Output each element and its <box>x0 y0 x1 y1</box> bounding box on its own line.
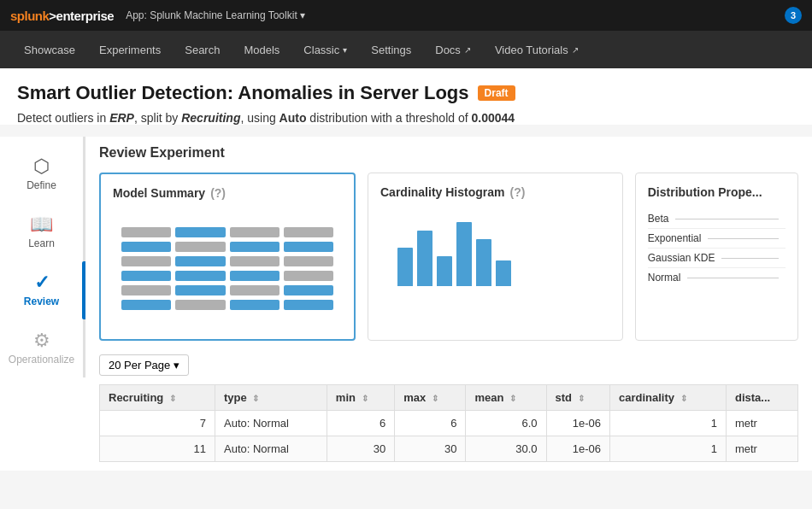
col-max[interactable]: max ⇕ <box>395 385 466 411</box>
hist-bar-0 <box>397 248 413 286</box>
nav-item-classic[interactable]: Classic ▾ <box>293 38 357 61</box>
ms-cell <box>284 242 333 252</box>
col-std-label: std <box>556 391 573 404</box>
nav-item-showcase[interactable]: Showcase <box>14 38 85 61</box>
model-summary-card: Model Summary (?) <box>99 173 356 341</box>
sidebar-label-learn: Learn <box>28 237 55 249</box>
sidebar-active-indicator <box>82 261 85 319</box>
ms-cell <box>230 271 279 281</box>
per-page-dropdown-arrow: ▾ <box>174 359 179 372</box>
col-cardinality-label: cardinality <box>619 391 674 404</box>
subtitle-prefix: Detect outliers in <box>17 111 109 125</box>
per-page-button[interactable]: 20 Per Page ▾ <box>99 354 189 376</box>
nav-item-search[interactable]: Search <box>174 38 230 61</box>
video-tutorials-ext-icon: ↗ <box>572 45 579 55</box>
top-bar-left: splunk>enterprise App: Splunk Machine Le… <box>10 9 305 23</box>
subtitle-field2: Recruiting <box>181 111 240 125</box>
col-std[interactable]: std ⇕ <box>546 385 609 411</box>
cardinality-histogram-card: Cardinality Histogram (?) <box>368 173 623 341</box>
ms-cell <box>284 227 333 237</box>
ms-cell <box>121 285 171 295</box>
sidebar-item-review[interactable]: ✓ Review <box>0 261 83 319</box>
ms-cell <box>121 227 171 237</box>
dist-item-exponential: Exponential <box>648 229 786 249</box>
cell-min-1: 30 <box>327 436 394 462</box>
table-header: Recruiting ⇕ type ⇕ min ⇕ max ⇕ <box>100 385 798 411</box>
cardinality-histogram-help-icon[interactable]: (?) <box>509 185 525 199</box>
nav-item-settings[interactable]: Settings <box>361 38 421 61</box>
dist-label-normal: Normal <box>648 272 681 284</box>
col-type[interactable]: type ⇕ <box>215 385 327 411</box>
learn-icon: 📖 <box>30 215 53 234</box>
classic-label: Classic <box>303 44 339 56</box>
col-dista-label: dista... <box>735 391 770 404</box>
data-table: Recruiting ⇕ type ⇕ min ⇕ max ⇕ <box>99 384 798 462</box>
cell-recruiting-1: 11 <box>100 436 215 462</box>
app-name-link[interactable]: App: Splunk Machine Learning Toolkit <box>126 9 297 21</box>
ms-cell <box>284 300 333 310</box>
draft-badge: Draft <box>478 85 515 101</box>
distribution-properties-card: Distribution Prope... Beta Exponential G… <box>635 173 798 341</box>
dist-line-normal <box>687 278 779 278</box>
cell-std-0: 1e-06 <box>546 411 609 436</box>
splunk-logo: splunk>enterprise <box>10 9 114 23</box>
pagination-row: 20 Per Page ▾ <box>99 354 798 376</box>
col-type-sort: ⇕ <box>252 394 259 403</box>
col-min-label: min <box>336 391 356 404</box>
define-icon: ⬡ <box>33 157 50 176</box>
col-recruiting-label: Recruiting <box>109 391 163 404</box>
table-row: 7 Auto: Normal 6 6 6.0 1e-06 1 metr <box>100 411 798 436</box>
col-dista: dista... <box>726 385 797 411</box>
dist-label-exponential: Exponential <box>648 232 702 244</box>
subtitle-field1: ERP <box>109 111 134 125</box>
ms-cell <box>175 271 225 281</box>
ms-row-3 <box>121 271 333 281</box>
ms-cell <box>175 227 225 237</box>
nav-item-video-tutorials[interactable]: Video Tutorials ↗ <box>485 38 589 61</box>
nav-item-models[interactable]: Models <box>233 38 290 61</box>
distribution-properties-title: Distribution Prope... <box>648 185 786 199</box>
app-name[interactable]: App: Splunk Machine Learning Toolkit ▾ <box>126 9 305 21</box>
video-tutorials-label: Video Tutorials <box>495 44 568 56</box>
model-summary-help-icon[interactable]: (?) <box>210 186 226 200</box>
dist-line-gaussian <box>721 258 779 259</box>
cardinality-histogram-label: Cardinality Histogram <box>380 185 504 199</box>
col-cardinality[interactable]: cardinality ⇕ <box>609 385 726 411</box>
histogram-visual <box>380 209 610 295</box>
sidebar-item-learn[interactable]: 📖 Learn <box>0 203 83 261</box>
content-area: Review Experiment Model Summary (?) <box>85 137 812 471</box>
nav-item-docs[interactable]: Docs ↗ <box>425 38 481 61</box>
cell-min-0: 6 <box>327 411 394 436</box>
notification-badge[interactable]: 3 <box>785 7 802 24</box>
cell-mean-1: 30.0 <box>466 436 546 462</box>
col-recruiting[interactable]: Recruiting ⇕ <box>100 385 215 411</box>
nav-item-experiments[interactable]: Experiments <box>89 38 171 61</box>
section-title: Review Experiment <box>99 145 798 161</box>
cell-max-1: 30 <box>395 436 466 462</box>
ms-cell <box>230 256 279 266</box>
distribution-properties-label: Distribution Prope... <box>648 185 762 199</box>
ms-cell <box>284 271 333 281</box>
subtitle-mid3: distribution with a threshold of <box>306 111 471 125</box>
cell-cardinality-1: 1 <box>609 436 726 462</box>
cell-max-0: 6 <box>395 411 466 436</box>
col-mean-label: mean <box>474 391 503 404</box>
ms-cell <box>121 242 171 252</box>
ms-row-0 <box>121 227 333 237</box>
model-summary-title: Model Summary (?) <box>113 186 342 200</box>
cardinality-histogram-title: Cardinality Histogram (?) <box>380 185 610 199</box>
cell-recruiting-0: 7 <box>100 411 215 436</box>
col-max-label: max <box>403 391 426 404</box>
top-bar-right: 3 <box>785 7 802 24</box>
ms-row-2 <box>121 256 333 266</box>
col-min[interactable]: min ⇕ <box>327 385 394 411</box>
classic-dropdown-arrow: ▾ <box>343 45 347 55</box>
page-title: Smart Outlier Detection: Anomalies in Se… <box>17 82 469 104</box>
hist-bar-3 <box>456 222 472 286</box>
sidebar-label-define: Define <box>26 179 56 191</box>
cell-type-0: Auto: Normal <box>215 411 327 436</box>
ms-cell <box>175 242 225 252</box>
sidebar-item-define[interactable]: ⬡ Define <box>0 145 83 203</box>
ms-cell <box>284 285 333 295</box>
col-mean[interactable]: mean ⇕ <box>466 385 546 411</box>
